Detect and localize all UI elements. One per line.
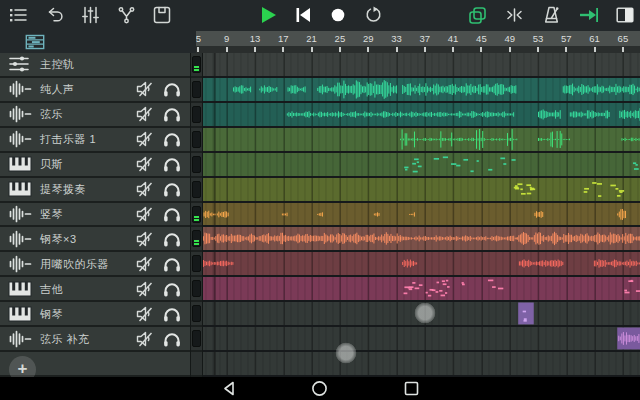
track-list: 主控轨纯人声弦乐打击乐器 1贝斯提琴拨奏竖琴钢琴×3用嘴吹的乐器吉他钢琴弦乐 补… xyxy=(0,53,190,377)
skip-to-start-button[interactable] xyxy=(293,5,313,25)
clip-lane-6[interactable] xyxy=(203,178,640,203)
metronome-button[interactable] xyxy=(541,5,561,25)
solo-headphones-button[interactable] xyxy=(163,81,181,97)
snap-icon xyxy=(505,6,524,24)
track-row-7[interactable]: 竖琴 xyxy=(0,203,190,228)
track-meter xyxy=(191,252,202,277)
skip-to-start-icon xyxy=(293,5,313,25)
clip-lane-10[interactable] xyxy=(203,277,640,302)
track-row-6[interactable]: 提琴拨奏 xyxy=(0,178,190,203)
play-button[interactable] xyxy=(258,5,278,25)
mute-button[interactable] xyxy=(135,156,154,173)
track-meter xyxy=(191,53,202,78)
clip-lane-8[interactable] xyxy=(203,227,640,252)
clip-lane-9[interactable] xyxy=(203,252,640,277)
toolbar-right-group xyxy=(467,0,635,30)
save-button[interactable] xyxy=(152,5,172,25)
solo-headphones-button[interactable] xyxy=(163,156,181,172)
mute-button[interactable] xyxy=(135,131,154,148)
follow-playhead-icon xyxy=(578,6,599,24)
solo-headphones-button[interactable] xyxy=(163,306,181,322)
loop-button[interactable] xyxy=(363,5,383,25)
mute-button[interactable] xyxy=(135,255,154,272)
subheader: 591317212529333741454953576165 xyxy=(0,30,640,53)
patch-cables-button[interactable] xyxy=(116,5,136,25)
snap-button[interactable] xyxy=(504,5,524,25)
mute-button[interactable] xyxy=(135,280,154,297)
solo-headphones-button[interactable] xyxy=(163,256,181,272)
nav-home-button[interactable] xyxy=(311,380,328,397)
nav-back-button[interactable] xyxy=(221,380,238,397)
ruler-tick xyxy=(339,47,341,52)
solo-headphones-button[interactable] xyxy=(163,281,181,297)
ruler-tick xyxy=(480,47,482,52)
track-row-9[interactable]: 用嘴吹的乐器 xyxy=(0,252,190,277)
ruler-tick xyxy=(509,47,511,52)
track-name: 竖琴 xyxy=(40,206,63,221)
clip-lane-empty[interactable] xyxy=(203,352,640,377)
track-row-1[interactable]: 主控轨 xyxy=(0,53,190,78)
split-view-button[interactable] xyxy=(615,5,635,25)
track-row-4[interactable]: 打击乐器 1 xyxy=(0,128,190,153)
track-name: 用嘴吹的乐器 xyxy=(40,256,109,271)
solo-headphones-button[interactable] xyxy=(163,131,181,147)
ruler-band: 591317212529333741454953576165 xyxy=(196,31,640,46)
audio-track-icon xyxy=(8,230,32,248)
clip-lane-4[interactable] xyxy=(203,128,640,153)
mute-button[interactable] xyxy=(135,81,154,98)
track-meter xyxy=(191,103,202,128)
solo-headphones-button[interactable] xyxy=(163,206,181,222)
track-row-5[interactable]: 贝斯 xyxy=(0,153,190,178)
ruler-tick xyxy=(254,47,256,52)
mute-button[interactable] xyxy=(135,205,154,222)
clip-lane-7[interactable] xyxy=(203,203,640,228)
undo-button[interactable] xyxy=(44,5,64,25)
menu-button[interactable] xyxy=(8,5,28,25)
track-row-3[interactable]: 弦乐 xyxy=(0,103,190,128)
nav-recents-button[interactable] xyxy=(403,380,420,397)
ruler-label: 45 xyxy=(476,33,487,44)
mute-button[interactable] xyxy=(135,181,154,198)
track-row-12[interactable]: 弦乐 补充 xyxy=(0,327,190,352)
track-name: 吉他 xyxy=(40,281,63,296)
solo-headphones-button[interactable] xyxy=(163,106,181,122)
solo-headphones-button[interactable] xyxy=(163,231,181,247)
track-row-11[interactable]: 钢琴 xyxy=(0,302,190,327)
ruler-tick xyxy=(282,47,284,52)
clip-lane-12[interactable] xyxy=(203,327,640,352)
mute-button[interactable] xyxy=(135,305,154,322)
mixer-button[interactable] xyxy=(80,5,100,25)
mute-button[interactable] xyxy=(135,230,154,247)
solo-headphones-button[interactable] xyxy=(163,331,181,347)
duplicate-button[interactable] xyxy=(467,5,487,25)
mute-button[interactable] xyxy=(135,106,154,123)
ruler-tick xyxy=(594,47,596,52)
track-row-2[interactable]: 纯人声 xyxy=(0,78,190,103)
ruler-label: 33 xyxy=(391,33,402,44)
clip-lane-1[interactable] xyxy=(203,53,640,78)
track-panel-header xyxy=(0,30,196,53)
ruler-tick xyxy=(396,47,398,52)
transport-controls xyxy=(258,0,383,30)
solo-headphones-button[interactable] xyxy=(163,181,181,197)
ruler-label: 53 xyxy=(533,33,544,44)
mute-button[interactable] xyxy=(135,330,154,347)
track-row-10[interactable]: 吉他 xyxy=(0,277,190,302)
clip-lane-5[interactable] xyxy=(203,153,640,178)
record-button[interactable] xyxy=(328,5,348,25)
track-row-8[interactable]: 钢琴×3 xyxy=(0,227,190,252)
clip-lane-3[interactable] xyxy=(203,103,640,128)
tracks-grid-button[interactable] xyxy=(25,32,45,52)
track-meter xyxy=(191,352,202,377)
follow-playhead-button[interactable] xyxy=(578,5,598,25)
duplicate-icon xyxy=(468,6,487,25)
audio-track-icon xyxy=(8,80,32,98)
ruler-tick xyxy=(311,47,313,52)
android-nav-bar xyxy=(0,377,640,400)
play-icon xyxy=(258,5,278,25)
ruler-label: 25 xyxy=(335,33,346,44)
track-meter xyxy=(191,327,202,352)
timeline-ruler[interactable]: 591317212529333741454953576165 xyxy=(196,30,640,53)
clip-lane-11[interactable] xyxy=(203,302,640,327)
clip-lane-2[interactable] xyxy=(203,78,640,103)
